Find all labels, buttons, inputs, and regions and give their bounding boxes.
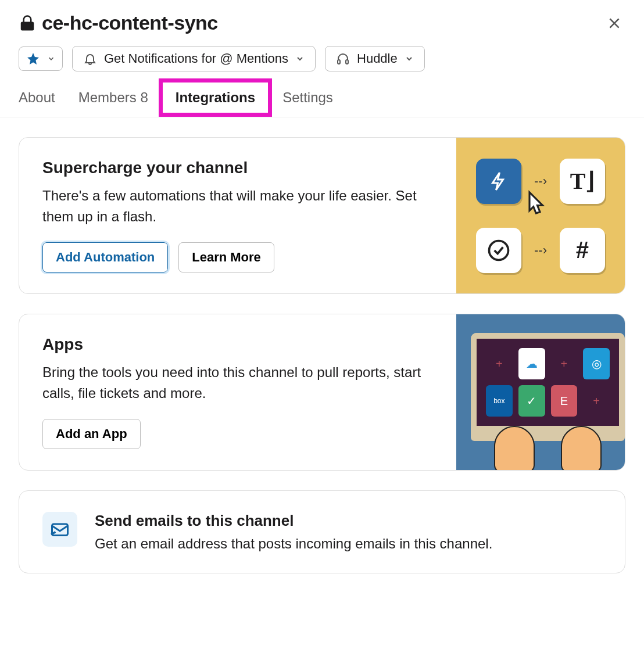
check-circle-icon [476, 228, 521, 273]
huddle-label: Huddle [357, 51, 398, 66]
box-icon: box [486, 385, 513, 417]
add-app-button[interactable]: Add an App [42, 419, 141, 449]
add-automation-button[interactable]: Add Automation [42, 242, 168, 272]
automation-title: Supercharge your channel [42, 159, 433, 177]
notifications-label: Get Notifications for @ Mentions [104, 51, 288, 66]
svg-rect-0 [338, 60, 340, 64]
plus-icon: + [583, 385, 610, 417]
plus-icon: + [551, 348, 578, 379]
email-card[interactable]: Send emails to this channel Get an email… [19, 490, 625, 573]
tab-settings[interactable]: Settings [282, 89, 333, 106]
tab-members-count: 8 [140, 89, 148, 105]
apps-card: Apps Bring the tools you need into this … [19, 314, 625, 471]
star-filled-icon [26, 52, 40, 66]
arrow-icon: --› [534, 243, 547, 258]
apps-description: Bring the tools you need into this chann… [42, 362, 433, 404]
close-button[interactable] [603, 12, 625, 34]
chevron-down-icon [295, 54, 305, 63]
svg-rect-1 [346, 60, 348, 64]
tab-members-label: Members [78, 89, 137, 105]
hash-icon: # [560, 228, 605, 273]
channel-title-wrap: ce-hc-content-sync [19, 12, 218, 34]
notifications-button[interactable]: Get Notifications for @ Mentions [72, 46, 316, 71]
star-button[interactable] [19, 46, 63, 71]
app-tile-icon: ◎ [583, 348, 610, 379]
learn-more-button[interactable]: Learn More [178, 242, 274, 272]
bell-icon [83, 52, 97, 66]
svg-point-2 [489, 241, 509, 260]
automation-illustration: --› T⌋ --› # [456, 138, 625, 293]
email-description: Get an email address that posts incoming… [95, 536, 492, 552]
hand-illustration [561, 426, 602, 471]
email-title: Send emails to this channel [95, 512, 492, 530]
tab-integrations[interactable]: Integrations [159, 78, 272, 117]
app-tile-icon: E [551, 385, 578, 417]
chevron-down-icon [47, 55, 55, 63]
automation-description: There's a few automations that will make… [42, 185, 433, 227]
apps-illustration: + ☁ + ◎ box ✓ E + [456, 314, 625, 470]
check-icon: ✓ [518, 385, 545, 417]
apps-title: Apps [42, 335, 433, 354]
arrow-icon: --› [534, 174, 547, 189]
automation-card: Supercharge your channel There's a few a… [19, 137, 625, 294]
huddle-button[interactable]: Huddle [325, 46, 425, 71]
headphones-icon [336, 52, 350, 66]
channel-name: ce-hc-content-sync [42, 12, 218, 34]
tab-about[interactable]: About [19, 89, 55, 106]
tab-members[interactable]: Members 8 [78, 89, 148, 106]
email-icon [42, 512, 77, 547]
plus-icon: + [486, 348, 513, 379]
cloud-icon: ☁ [518, 348, 545, 379]
bolt-icon [476, 159, 521, 204]
lock-icon [19, 13, 36, 33]
hand-illustration [494, 426, 535, 471]
chevron-down-icon [405, 54, 414, 63]
text-icon: T⌋ [560, 159, 605, 204]
